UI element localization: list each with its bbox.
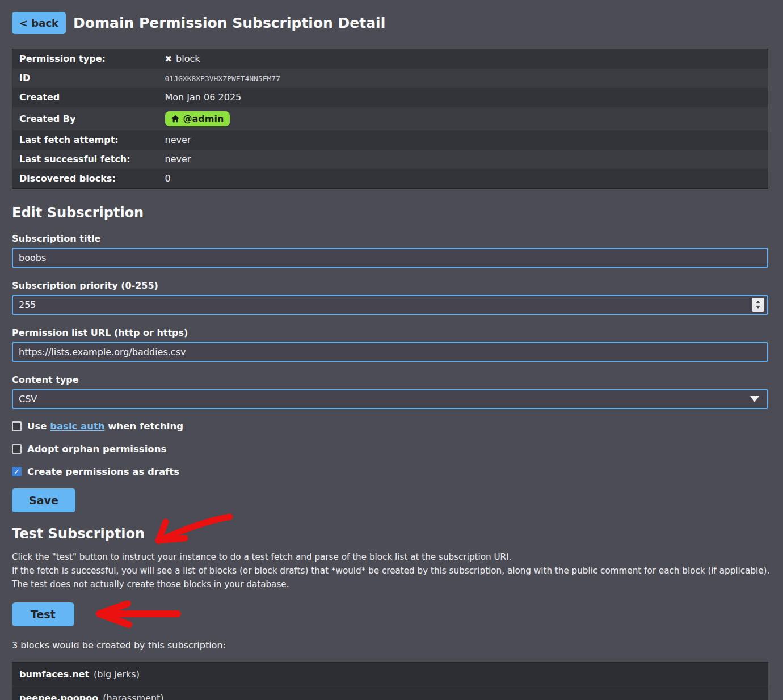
basic-auth-link[interactable]: basic auth [50, 421, 104, 432]
create-drafts-checkbox[interactable]: ✓ [12, 467, 22, 476]
test-description: Click the "test" button to instruct your… [12, 550, 768, 591]
back-button[interactable]: < back [12, 12, 66, 34]
subscription-priority-group: Subscription priority (0-255) [12, 280, 768, 315]
test-subscription-heading-wrap: Test Subscription [12, 526, 145, 542]
table-row: Created Mon Jan 06 2025 [12, 88, 768, 107]
detail-value: never [158, 130, 768, 150]
test-subscription-heading: Test Subscription [12, 526, 145, 542]
detail-label: Created [12, 88, 158, 107]
detail-value: @admin [158, 107, 768, 130]
content-type-label: Content type [12, 374, 768, 385]
home-icon [171, 115, 179, 123]
detail-value: Mon Jan 06 2025 [158, 88, 768, 107]
created-by-handle: @admin [183, 113, 224, 124]
detail-label: Last fetch attempt: [12, 130, 158, 150]
chevron-down-icon [750, 396, 759, 402]
test-button-row: Test [12, 602, 74, 626]
detail-label: Last successful fetch: [12, 150, 158, 169]
spinner-down-icon[interactable] [756, 306, 760, 309]
block-comment: (big jerks) [94, 669, 140, 680]
test-description-line: The test does not actually create those … [12, 577, 768, 591]
detail-label: Permission type: [12, 49, 158, 69]
basic-auth-checkbox[interactable] [12, 421, 22, 431]
created-by-badge[interactable]: @admin [165, 111, 230, 126]
block-domain: peepee.poopoo [19, 693, 98, 700]
table-row: Permission type: ✖block [12, 49, 768, 69]
subscription-title-group: Subscription title [12, 233, 768, 268]
list-item: bumfaces.net(big jerks) [12, 663, 768, 686]
subscription-priority-label: Subscription priority (0-255) [12, 280, 768, 291]
detail-label: Discovered blocks: [12, 169, 158, 188]
test-description-line: Click the "test" button to instruct your… [12, 550, 768, 564]
detail-value: 01JGXK8XP3VHXZPWET4NN5FM77 [158, 69, 768, 88]
test-button[interactable]: Test [12, 602, 74, 626]
detail-value: ✖block [158, 49, 768, 69]
subscription-details-table: Permission type: ✖block ID 01JGXK8XP3VHX… [12, 49, 768, 189]
permission-list-url-group: Permission list URL (http or https) [12, 327, 768, 362]
adopt-orphans-checkbox-label: Adopt orphan permissions [27, 444, 166, 454]
basic-auth-checkbox-row: Use basic auth when fetching [12, 421, 768, 432]
block-x-icon: ✖ [165, 54, 172, 64]
table-row: Last fetch attempt: never [12, 130, 768, 150]
subscription-id: 01JGXK8XP3VHXZPWET4NN5FM77 [165, 74, 281, 83]
basic-auth-checkbox-label: Use basic auth when fetching [27, 421, 183, 432]
spinner-up-icon[interactable] [756, 301, 760, 303]
detail-value: 0 [158, 169, 768, 188]
block-comment: (harassment) [103, 693, 163, 700]
table-row: Created By @admin [12, 107, 768, 130]
adopt-orphans-checkbox[interactable] [12, 444, 22, 454]
red-arrow-annotation [92, 601, 183, 628]
block-result-list: bumfaces.net(big jerks) peepee.poopoo(ha… [12, 662, 768, 700]
subscription-title-label: Subscription title [12, 233, 768, 244]
content-type-selected-value: CSV [19, 394, 37, 404]
save-button[interactable]: Save [12, 488, 75, 512]
subscription-priority-input[interactable] [12, 295, 768, 315]
table-row: Discovered blocks: 0 [12, 169, 768, 188]
page-title: Domain Permission Subscription Detail [73, 15, 385, 31]
block-domain: bumfaces.net [19, 669, 89, 680]
create-drafts-checkbox-label: Create permissions as drafts [27, 466, 179, 477]
detail-value: never [158, 150, 768, 169]
content-type-select[interactable]: CSV [12, 389, 768, 409]
subscription-title-input[interactable] [12, 248, 768, 268]
permission-list-url-label: Permission list URL (http or https) [12, 327, 768, 338]
permission-list-url-input[interactable] [12, 342, 768, 362]
test-description-line: If the fetch is successful, you will see… [12, 564, 768, 577]
detail-label: ID [12, 69, 158, 88]
table-row: Last successful fetch: never [12, 150, 768, 169]
red-arrow-annotation [150, 512, 235, 547]
list-item: peepee.poopoo(harassment) [12, 686, 768, 700]
create-drafts-checkbox-row: ✓ Create permissions as drafts [12, 466, 768, 477]
content-type-group: Content type CSV [12, 374, 768, 409]
edit-subscription-heading: Edit Subscription [12, 205, 768, 221]
page: < back Domain Permission Subscription De… [0, 0, 783, 700]
permission-type-value: block [176, 53, 200, 64]
number-spinner[interactable] [752, 298, 764, 312]
page-header: < back Domain Permission Subscription De… [12, 12, 768, 34]
detail-label: Created By [12, 107, 158, 130]
adopt-orphans-checkbox-row: Adopt orphan permissions [12, 444, 768, 454]
table-row: ID 01JGXK8XP3VHXZPWET4NN5FM77 [12, 69, 768, 88]
test-result-summary: 3 blocks would be created by this subscr… [12, 640, 768, 651]
